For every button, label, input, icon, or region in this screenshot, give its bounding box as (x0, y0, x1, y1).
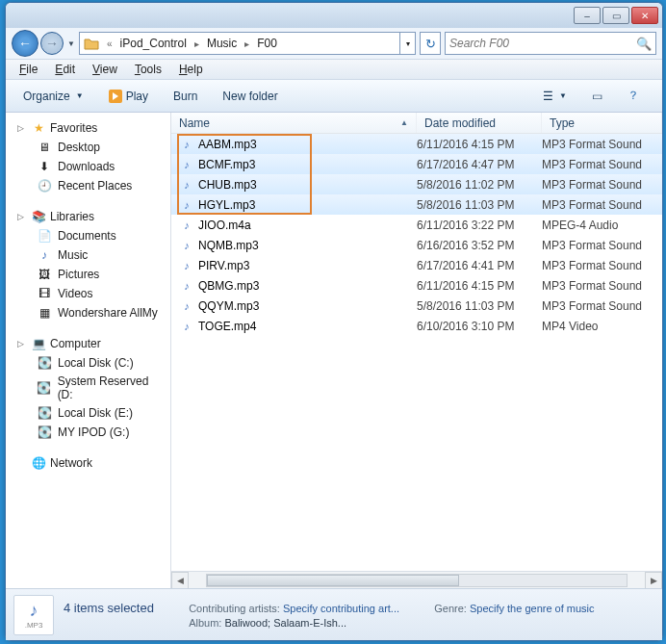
column-headers: Name▲ Date modified Type (171, 113, 662, 134)
nav-item-music[interactable]: ♪Music (6, 245, 170, 265)
file-row[interactable]: ♪JIOO.m4a6/11/2016 3:22 PMMPEG-4 Audio (171, 215, 662, 235)
search-input[interactable] (449, 37, 636, 50)
file-row[interactable]: ♪QQYM.mp35/8/2016 11:03 PMMP3 Format Sou… (171, 296, 662, 316)
scroll-thumb[interactable] (207, 575, 459, 586)
folder-icon (83, 35, 100, 52)
nav-group-network[interactable]: 🌐Network (6, 453, 170, 473)
file-row[interactable]: ♪AABM.mp36/11/2016 4:15 PMMP3 Format Sou… (171, 134, 662, 154)
menu-view[interactable]: View (85, 61, 125, 78)
chevron-right-icon[interactable]: ▸ (241, 39, 253, 49)
forward-button[interactable]: → (40, 32, 64, 55)
nav-item-disk-d[interactable]: 💽System Reserved (D: (6, 373, 170, 403)
file-name: TOGE.mp4 (198, 320, 256, 333)
menu-file[interactable]: File (12, 61, 45, 78)
genre-value[interactable]: Specify the genre of music (470, 603, 595, 614)
nav-item-pictures[interactable]: 🖼Pictures (6, 265, 170, 284)
file-name: PIRV.mp3 (198, 259, 249, 272)
col-date[interactable]: Date modified (417, 113, 542, 133)
maximize-button[interactable]: ▭ (602, 7, 629, 24)
audio-file-icon: ♪ (179, 298, 194, 314)
details-pane: ♪.MP3 4 items selected Contributing arti… (6, 588, 662, 640)
nav-group-computer[interactable]: ▷💻Computer (6, 334, 170, 353)
nav-item-wondershare[interactable]: ▦Wondershare AllMy (6, 303, 170, 322)
new-folder-button[interactable]: New folder (213, 86, 287, 107)
genre-label: Genre: (434, 603, 467, 614)
breadcrumb-prefix[interactable]: « (103, 39, 116, 49)
music-note-icon: ♪ (30, 601, 38, 621)
menu-tools[interactable]: Tools (127, 61, 169, 78)
scroll-track[interactable] (206, 574, 628, 587)
breadcrumb-dropdown[interactable]: ▾ (399, 33, 415, 54)
chevron-right-icon[interactable]: ▸ (191, 39, 203, 49)
search-icon[interactable]: 🔍 (636, 37, 652, 51)
organize-button[interactable]: Organize▼ (13, 86, 93, 107)
minimize-button[interactable]: – (574, 7, 601, 24)
file-date: 6/16/2016 3:52 PM (417, 239, 542, 252)
breadcrumb-seg-0[interactable]: iPod_Control (116, 37, 191, 50)
file-row[interactable]: ♪TOGE.mp46/10/2016 3:10 PMMP4 Video (171, 316, 662, 336)
file-name: BCMF.mp3 (198, 158, 255, 171)
address-bar: ← → ▼ « iPod_Control ▸ Music ▸ F00 ▾ ↻ 🔍 (6, 28, 662, 59)
downloads-icon: ⬇ (37, 159, 52, 174)
scroll-right-button[interactable]: ▶ (645, 572, 662, 589)
close-button[interactable]: ✕ (631, 7, 658, 24)
search-box[interactable]: 🔍 (445, 32, 656, 55)
help-button[interactable]: ？ (618, 84, 649, 108)
menu-edit[interactable]: Edit (47, 61, 83, 78)
nav-item-disk-g[interactable]: 💽MY IPOD (G:) (6, 423, 170, 442)
file-list[interactable]: ♪AABM.mp36/11/2016 4:15 PMMP3 Format Sou… (171, 134, 662, 571)
nav-item-recent[interactable]: 🕘Recent Places (6, 176, 170, 195)
file-type: MPEG-4 Audio (542, 219, 662, 232)
burn-button[interactable]: Burn (164, 86, 207, 107)
audio-file-icon: ♪ (179, 278, 194, 294)
file-row[interactable]: ♪QBMG.mp36/11/2016 4:15 PMMP3 Format Sou… (171, 275, 662, 296)
file-row[interactable]: ♪HGYL.mp35/8/2016 11:03 PMMP3 Format Sou… (171, 194, 662, 215)
file-row[interactable]: ♪BCMF.mp36/17/2016 4:47 PMMP3 Format Sou… (171, 154, 662, 174)
breadcrumb-seg-1[interactable]: Music (203, 37, 241, 50)
breadcrumb[interactable]: « iPod_Control ▸ Music ▸ F00 ▾ (79, 32, 416, 55)
play-button[interactable]: Play (99, 86, 158, 107)
desktop-icon: 🖥 (37, 140, 52, 155)
audio-file-icon: ♪ (179, 157, 194, 172)
star-icon: ★ (31, 120, 46, 136)
nav-history-dropdown[interactable]: ▼ (65, 34, 77, 53)
play-icon (109, 90, 122, 103)
recent-icon: 🕘 (37, 178, 52, 193)
album-value[interactable]: Baliwood; Salaam-E-Ish... (224, 617, 346, 629)
nav-item-videos[interactable]: 🎞Videos (6, 284, 170, 303)
nav-group-libraries[interactable]: ▷📚Libraries (6, 207, 170, 226)
file-pane: Name▲ Date modified Type ♪AABM.mp36/11/2… (171, 113, 662, 588)
file-row[interactable]: ♪CHUB.mp35/8/2016 11:02 PMMP3 Format Sou… (171, 174, 662, 194)
back-button[interactable]: ← (12, 30, 38, 57)
scroll-left-button[interactable]: ◀ (171, 572, 189, 589)
breadcrumb-seg-2[interactable]: F00 (253, 37, 281, 50)
file-row[interactable]: ♪PIRV.mp36/17/2016 4:41 PMMP3 Format Sou… (171, 255, 662, 275)
nav-group-favorites[interactable]: ▷★Favorites (6, 118, 170, 138)
preview-pane-button[interactable]: ▭ (582, 86, 612, 107)
album-label: Album: (189, 617, 221, 629)
file-type: MP3 Format Sound (542, 198, 662, 212)
col-name[interactable]: Name▲ (171, 113, 417, 133)
nav-item-downloads[interactable]: ⬇Downloads (6, 157, 170, 176)
file-date: 5/8/2016 11:03 PM (417, 299, 542, 313)
refresh-button[interactable]: ↻ (420, 32, 441, 55)
horizontal-scrollbar[interactable]: ◀ ▶ (171, 571, 662, 588)
artists-value[interactable]: Specify contributing art... (283, 603, 399, 614)
file-row[interactable]: ♪NQMB.mp36/16/2016 3:52 PMMP3 Format Sou… (171, 235, 662, 255)
file-type: MP3 Format Sound (542, 158, 662, 171)
file-name: CHUB.mp3 (198, 178, 257, 192)
file-date: 6/11/2016 4:15 PM (417, 279, 542, 293)
col-type[interactable]: Type (542, 113, 662, 133)
view-options-button[interactable]: ☰ ▼ (533, 86, 576, 107)
file-name: QBMG.mp3 (198, 279, 259, 293)
nav-item-disk-e[interactable]: 💽Local Disk (E:) (6, 403, 170, 423)
menu-help[interactable]: Help (171, 61, 211, 78)
nav-item-disk-c[interactable]: 💽Local Disk (C:) (6, 353, 170, 373)
selection-count: 4 items selected (64, 601, 179, 615)
nav-item-desktop[interactable]: 🖥Desktop (6, 138, 170, 157)
file-type: MP4 Video (542, 320, 662, 333)
audio-file-icon: ♪ (179, 137, 194, 152)
nav-item-documents[interactable]: 📄Documents (6, 226, 170, 245)
collapse-icon: ▷ (17, 123, 27, 133)
file-name: NQMB.mp3 (198, 239, 259, 252)
